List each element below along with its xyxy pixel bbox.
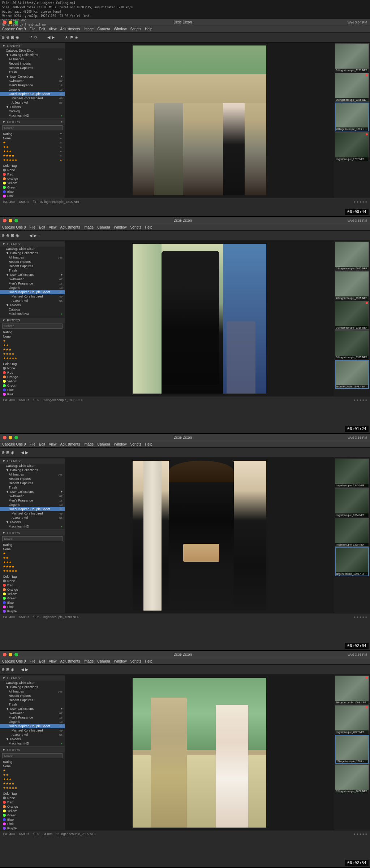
menu-adjustments-4[interactable]: Adjustments	[60, 659, 80, 663]
michael-kors-4[interactable]: Michael Kors Inspired 49	[0, 728, 65, 733]
menu-view-3[interactable]: View	[49, 442, 57, 446]
minimize-button-2[interactable]	[9, 219, 12, 222]
catalog-collections-2[interactable]: ▼ Catalog Collections	[0, 251, 65, 255]
toolbar-icon-loupe-3[interactable]: ◉	[11, 450, 14, 455]
menu-image[interactable]: Image	[84, 27, 94, 31]
toolbar-icon-grid-4[interactable]: ⊞	[6, 667, 9, 672]
close-button[interactable]	[3, 21, 7, 24]
all-images[interactable]: All Images 248	[0, 57, 65, 61]
color-yellow-2[interactable]: Yellow	[3, 379, 62, 383]
menu-view-2[interactable]: View	[49, 225, 57, 229]
menu-help-2[interactable]: Help	[145, 225, 152, 229]
minimize-button-3[interactable]	[9, 436, 12, 439]
all-images-3[interactable]: All Images 248	[0, 472, 65, 477]
filmstrip-item-2-2[interactable]: 26lingeriecouple_1905.NEF	[335, 271, 369, 300]
color-pink[interactable]: Pink	[3, 194, 62, 198]
main-photo-4[interactable]	[65, 675, 334, 830]
folders-3[interactable]: ▼ Folders	[0, 520, 65, 524]
toolbar-icon-prev[interactable]: ◀	[47, 35, 50, 40]
rating-none[interactable]: None ●	[3, 136, 62, 140]
color-green[interactable]: Green	[3, 185, 62, 190]
recent-imports-3[interactable]: Recent Imports	[0, 477, 65, 481]
rating-3star-2[interactable]: ★★★	[3, 347, 62, 352]
search-input-2[interactable]	[2, 324, 63, 329]
menu-camera-3[interactable]: Camera	[97, 442, 110, 446]
menu-window-4[interactable]: Window	[114, 659, 127, 663]
mens-fragrance-4[interactable]: Men's Fragrance 18	[0, 715, 65, 720]
toolbar-icon-loupe-2[interactable]: ◉	[16, 233, 19, 238]
main-photo-2[interactable]	[65, 241, 334, 396]
menu-help[interactable]: Help	[145, 27, 152, 31]
menu-camera[interactable]: Camera	[97, 27, 110, 31]
menu-edit-2[interactable]: Edit	[39, 225, 45, 229]
trash[interactable]: Trash	[0, 70, 65, 74]
menu-window[interactable]: Window	[114, 27, 127, 31]
filmstrip-item-4[interactable]: lingeriecouple_1737.NEF	[335, 132, 369, 161]
mens-fragrance[interactable]: Men's Fragrance 18	[0, 83, 65, 87]
rating-1star[interactable]: ★ ●	[3, 140, 62, 145]
trash-3[interactable]: Trash	[0, 485, 65, 490]
library-header[interactable]: ▼ LIBRARY	[0, 43, 65, 48]
color-orange-2[interactable]: Orange	[3, 375, 62, 379]
toolbar-icon-grid-3[interactable]: ⊞	[6, 450, 9, 455]
toolbar-icon-next-3[interactable]: ▶	[25, 450, 28, 455]
toolbar-icon-prev-3[interactable]: ◀	[21, 450, 24, 455]
maximize-button-4[interactable]	[14, 653, 18, 656]
rn-3[interactable]: None	[3, 547, 62, 551]
catalog-collections-4[interactable]: ▼ Catalog Collections	[0, 685, 65, 689]
menu-file-3[interactable]: File	[30, 442, 35, 446]
gucci-collection-4[interactable]: Gucci Inspired Couple Shoot 43	[0, 724, 65, 728]
gucci-collection-2[interactable]: Gucci Inspired Couple Shoot 43	[0, 290, 65, 294]
toolbar-icon-flag[interactable]: ⚑	[70, 35, 73, 40]
menu-image-4[interactable]: Image	[84, 659, 94, 663]
rating-4star-2[interactable]: ★★★★	[3, 352, 62, 356]
filmstrip-item-3-3[interactable]: lingeriecouple_1365.NEF	[335, 518, 369, 547]
filters-header[interactable]: ▼ FILTERS ?	[0, 120, 65, 125]
minimize-button-4[interactable]	[9, 653, 12, 656]
a-jeans-4[interactable]: A Jeans Ad 56	[0, 733, 65, 737]
toolbar-icon-color[interactable]: ◈	[75, 35, 78, 40]
filmstrip-item-2-5[interactable]: lingeriecouple_1393.NEF	[335, 360, 369, 389]
recent-captures-4[interactable]: Recent Captures	[0, 698, 65, 702]
a-jeans[interactable]: A Jeans Ad 56	[0, 100, 65, 105]
swimwear-4[interactable]: Swimwear 67	[0, 711, 65, 715]
all-images-2[interactable]: All Images 248	[0, 255, 65, 260]
toolbar-icon-rotate-left[interactable]: ↺	[29, 35, 33, 40]
library-header-3[interactable]: ▼ LIBRARY	[0, 459, 65, 464]
color-blue[interactable]: Blue	[3, 190, 62, 194]
menu-file-2[interactable]: File	[30, 225, 35, 229]
menu-image-2[interactable]: Image	[84, 225, 94, 229]
menu-edit[interactable]: Edit	[39, 27, 45, 31]
menu-scripts-4[interactable]: Scripts	[130, 659, 141, 663]
color-none-2[interactable]: None	[3, 366, 62, 370]
michael-kors-2[interactable]: Michael Kors Inspired 49	[0, 294, 65, 299]
close-button-3[interactable]	[3, 436, 7, 439]
filmstrip-item-3-2[interactable]: lingeriecouple_1364.NEF	[335, 488, 369, 517]
color-blue-2[interactable]: Blue	[3, 388, 62, 392]
macintosh-hd-3[interactable]: Macintosh HD ●	[0, 524, 65, 529]
mens-fragrance-3[interactable]: Men's Fragrance 18	[0, 498, 65, 503]
toolbar-icon-delete-2[interactable]: ⊖	[6, 233, 9, 238]
folders-2[interactable]: ▼ Folders	[0, 303, 65, 307]
rating-4star[interactable]: ★★★★ ●	[3, 153, 62, 158]
color-none[interactable]: None	[3, 168, 62, 172]
catalog-collections-3[interactable]: ▼ Catalog Collections	[0, 468, 65, 472]
search-input-4[interactable]	[2, 753, 63, 758]
folders[interactable]: ▼ Folders	[0, 105, 65, 109]
filters-header-4[interactable]: ▼ FILTERS	[0, 747, 65, 752]
r4-3[interactable]: ★★★★	[3, 564, 62, 569]
gucci-collection-3[interactable]: Gucci Inspired Couple Shoot 43	[0, 507, 65, 511]
minimize-button[interactable]	[9, 21, 12, 24]
lingerie-2[interactable]: Lingerie 18	[0, 286, 65, 290]
menu-view[interactable]: View	[49, 27, 57, 31]
rating-3star[interactable]: ★★★ ●	[3, 149, 62, 153]
a-jeans-3[interactable]: A Jeans Ad 56	[0, 516, 65, 520]
toolbar-icon-prev-2[interactable]: ◀	[29, 233, 32, 238]
recent-captures-2[interactable]: Recent Captures	[0, 264, 65, 268]
menu-scripts[interactable]: Scripts	[130, 27, 141, 31]
filmstrip-item-4-3[interactable]: 11lingeriecouple_2065.NEF	[335, 735, 369, 764]
close-button-4[interactable]	[3, 653, 7, 656]
macintosh-hd[interactable]: Macintosh HD ●	[0, 113, 65, 118]
trash-2[interactable]: Trash	[0, 268, 65, 273]
toolbar-icon-loupe-4[interactable]: ◉	[11, 667, 14, 672]
